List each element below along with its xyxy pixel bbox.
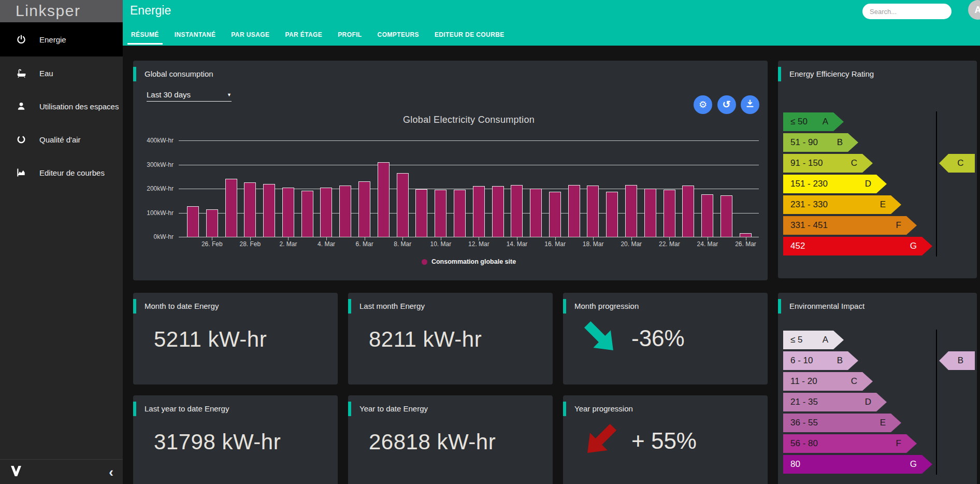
card-accent	[348, 402, 351, 416]
kpi-card-month-to-date-energy: Month to date Energy5211 kW-hr	[133, 293, 338, 385]
reset-button[interactable]: ↺	[717, 95, 736, 114]
tab-bar: RÉSUMÉINSTANTANÉPAR USAGEPAR ÉTAGEPROFIL…	[130, 24, 506, 46]
tab-instantan[interactable]: INSTANTANÉ	[174, 24, 217, 46]
band-range-label: 231 - 330	[783, 200, 828, 209]
tab-profil[interactable]: PROFIL	[337, 24, 363, 46]
bar-13-mar[interactable]	[492, 186, 504, 237]
sidebar-item-energie[interactable]: Energie	[0, 22, 123, 56]
efficiency-band-B: 51 - 90B	[783, 133, 858, 152]
band-range-label: 21 - 35	[783, 397, 818, 407]
kpi-value: + 55%	[631, 428, 697, 454]
bar-27-feb[interactable]	[225, 179, 237, 237]
bar-25-mar[interactable]	[720, 195, 732, 237]
bar-26-mar[interactable]	[740, 233, 752, 237]
x-axis-label: 4. Mar	[318, 240, 335, 248]
tab-par-tage[interactable]: PAR ÉTAGE	[284, 24, 323, 46]
efficiency-band-G: 452G	[783, 237, 932, 255]
download-button[interactable]	[741, 95, 759, 114]
x-axis-label: 2. Mar	[279, 240, 297, 248]
bar-6-mar[interactable]	[358, 181, 370, 237]
x-axis-tick	[212, 237, 212, 240]
sidebar-item-label: Utilisation des espaces	[39, 102, 119, 111]
chart-title: Global Electricity Consumption	[179, 115, 759, 125]
bar-28-feb[interactable]	[244, 182, 256, 237]
card-accent	[348, 299, 351, 314]
avatar[interactable]: A	[968, 0, 980, 20]
band-letter: D	[865, 175, 871, 193]
bar-9-mar[interactable]	[415, 189, 427, 237]
bar-22-mar[interactable]	[664, 190, 675, 237]
bar-19-mar[interactable]	[606, 192, 618, 237]
bar-8-mar[interactable]	[397, 173, 409, 237]
tab-r-sum[interactable]: RÉSUMÉ	[130, 24, 160, 46]
bar-14-mar[interactable]	[511, 185, 523, 237]
tab-editeur-de-courbe[interactable]: EDITEUR DE COURBE	[434, 24, 506, 46]
bar-7-mar[interactable]	[378, 162, 390, 237]
kpi-title: Last year to date Energy	[145, 404, 229, 413]
page-title: Energie	[130, 4, 171, 18]
x-axis-tick	[631, 237, 632, 240]
environment-separator	[936, 330, 937, 475]
band-letter: B	[837, 351, 843, 370]
environment-band-A: ≤ 5A	[783, 331, 844, 349]
environment-band-G: 80G	[783, 455, 932, 474]
sidebar-nav: EnergieEauUtilisation des espacesQualité…	[0, 22, 123, 189]
environment-band-C: 11 - 20C	[783, 372, 873, 391]
efficiency-band-C: 91 - 150C	[783, 154, 873, 173]
y-axis-label: 0kW-hr	[133, 233, 174, 240]
band-letter: G	[910, 455, 917, 474]
bar-5-mar[interactable]	[339, 186, 351, 237]
tab-par-usage[interactable]: PAR USAGE	[230, 24, 270, 46]
x-axis-label: 28. Feb	[240, 240, 261, 248]
bar-20-mar[interactable]	[625, 185, 637, 237]
bar-25-feb[interactable]	[187, 206, 199, 237]
search-input[interactable]	[862, 4, 952, 19]
band-letter: C	[851, 372, 857, 391]
kpi-grid: Month to date Energy5211 kW-hrLast month…	[133, 293, 768, 484]
bar-2-mar[interactable]	[282, 188, 294, 237]
x-axis-tick	[593, 237, 594, 240]
sidebar-footer: ‹	[0, 459, 123, 484]
date-range-select[interactable]: Last 30 days ▼	[147, 88, 232, 102]
x-axis-tick	[669, 237, 670, 240]
sidebar-item-utilisation-des-espaces[interactable]: Utilisation des espaces	[0, 90, 123, 123]
bar-4-mar[interactable]	[320, 188, 332, 237]
sidebar-item-editeur-de-courbes[interactable]: Editeur de courbes	[0, 156, 123, 189]
band-letter: B	[837, 133, 843, 152]
bar-12-mar[interactable]	[473, 186, 485, 237]
band-letter: F	[896, 434, 901, 453]
bar-26-feb[interactable]	[206, 209, 218, 237]
bar-16-mar[interactable]	[549, 192, 561, 237]
bar-15-mar[interactable]	[530, 189, 542, 237]
bar-17-mar[interactable]	[568, 185, 580, 237]
bar-1-mar[interactable]	[263, 184, 275, 237]
x-axis-tick	[288, 237, 289, 240]
bar-11-mar[interactable]	[454, 190, 466, 237]
card-title: Global consumption	[145, 69, 213, 78]
card-accent	[133, 67, 136, 81]
page-header: Energie RÉSUMÉINSTANTANÉPAR USAGEPAR ÉTA…	[123, 0, 980, 46]
sidebar-item-label: Eau	[39, 69, 53, 78]
band-range-label: 6 - 10	[783, 355, 813, 365]
bar-21-mar[interactable]	[644, 189, 656, 237]
efficiency-band-E: 231 - 330E	[783, 195, 901, 214]
sidebar-item-qualit-d-air[interactable]: Qualité d'air	[0, 123, 123, 156]
band-letter: F	[896, 216, 901, 235]
bar-10-mar[interactable]	[435, 190, 446, 237]
band-letter: A	[823, 112, 828, 131]
chart-legend[interactable]: Consommation globale site	[179, 258, 759, 265]
x-axis-tick	[708, 237, 708, 240]
tab-compteurs[interactable]: COMPTEURS	[377, 24, 420, 46]
sidebar-item-eau[interactable]: Eau	[0, 56, 123, 90]
kpi-value: 5211 kW-hr	[154, 327, 267, 352]
bar-23-mar[interactable]	[682, 186, 694, 237]
settings-button[interactable]: ⚙	[694, 95, 712, 114]
x-axis-tick	[555, 237, 556, 240]
band-range-label: 56 - 80	[783, 438, 818, 448]
bar-3-mar[interactable]	[301, 191, 313, 237]
sidebar-collapse-button[interactable]: ‹	[109, 465, 113, 479]
chevron-down-icon: ▼	[227, 92, 232, 97]
bar-24-mar[interactable]	[701, 194, 713, 237]
bar-18-mar[interactable]	[587, 186, 599, 237]
band-letter: D	[865, 393, 871, 411]
